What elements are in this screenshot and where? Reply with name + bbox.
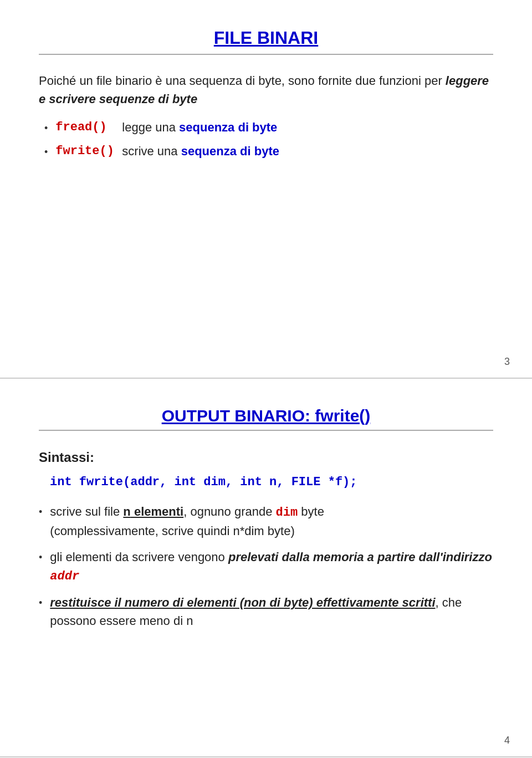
slide1-body: Poiché un file binario è una sequenza di… <box>39 72 493 160</box>
bullet-item-3: • restituisce il numero di elementi (non… <box>39 593 493 630</box>
bullet2-content: gli elementi da scrivere vengono preleva… <box>50 548 493 586</box>
slide2-title: OUTPUT BINARIO: fwrite() <box>39 406 493 425</box>
bullet-dot-fwrite: • <box>44 145 48 160</box>
bullet-item-2: • gli elementi da scrivere vengono prele… <box>39 548 493 586</box>
bullet3-content: restituisce il numero di elementi (non d… <box>50 593 493 630</box>
slide1-intro: Poiché un file binario è una sequenza di… <box>39 72 493 108</box>
bullet1-n: n <box>123 505 130 518</box>
slide-2: OUTPUT BINARIO: fwrite() Sintassi: int f… <box>0 379 532 757</box>
slide1-page-number: 3 <box>504 356 510 368</box>
slide2-body: Sintassi: int fwrite(addr, int dim, int … <box>39 447 493 630</box>
slide2-bullet-list: • scrive sul file n elementi, ognuno gra… <box>39 502 493 630</box>
bullet1-content: scrive sul file n elementi, ognuno grand… <box>50 502 324 540</box>
slide1-divider <box>39 54 493 55</box>
fread-desc: legge una sequenza di byte <box>122 118 277 136</box>
bullet-dot-3: • <box>39 596 42 611</box>
syntax-label: Sintassi: <box>39 447 493 467</box>
bullet-item-1: • scrive sul file n elementi, ognuno gra… <box>39 502 493 540</box>
slide1-title: FILE BINARI <box>39 28 493 48</box>
slide2-divider <box>39 430 493 431</box>
fwrite-desc: scrive una sequenza di byte <box>122 142 279 160</box>
code-line: int fwrite(addr, int dim, int n, FILE *f… <box>50 473 493 491</box>
bullet-dot-1: • <box>39 505 42 520</box>
fread-line: • fread() legge una sequenza di byte <box>44 118 493 136</box>
bullet-dot-fread: • <box>44 121 48 136</box>
bullet-dot-2: • <box>39 550 42 565</box>
slide-1: FILE BINARI Poiché un file binario è una… <box>0 0 532 379</box>
fwrite-line: • fwrite() scrive una sequenza di byte <box>44 142 493 160</box>
fread-code: fread() <box>55 118 122 136</box>
fwrite-code: fwrite() <box>55 142 122 160</box>
slide2-page-number: 4 <box>504 735 510 746</box>
